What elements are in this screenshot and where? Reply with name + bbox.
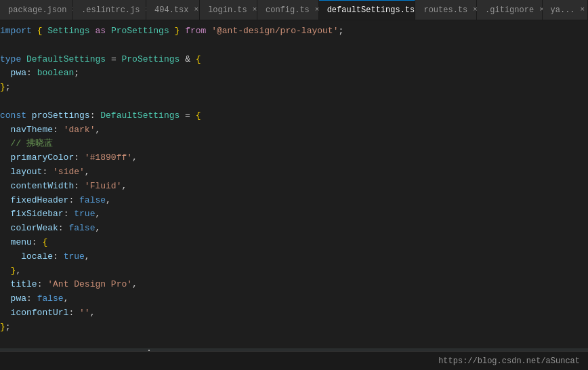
tab-routes[interactable]: routes.ts × [415,0,477,20]
tab-login[interactable]: login.ts × [200,0,257,20]
code-editor[interactable]: import { Settings as ProSettings } from … [0,20,588,351]
tab-label: defaultSettings.ts [327,5,415,15]
code-line-8: navTheme: 'dark', [0,123,588,138]
code-line-3: type DefaultSettings = ProSettings & { [0,53,588,67]
tab-eslintrc[interactable]: .eslintrc.js × [73,0,146,20]
code-line-2 [0,39,588,53]
close-icon[interactable]: × [253,6,257,14]
code-line-14: fixSidebar: true, [0,207,588,222]
tab-404[interactable]: 404.tsx × [146,0,200,20]
tab-label: .eslintrc.js [81,5,140,15]
code-line-11: layout: 'side', [0,165,588,180]
status-bar: https://blog.csdn.net/aSuncat [0,351,588,370]
tab-label: config.ts [266,5,310,15]
close-icon[interactable]: × [581,6,585,14]
code-line-10: primaryColor: '#1890ff', [0,151,588,165]
tab-label: .gitignore [485,5,534,15]
close-icon[interactable]: × [194,6,199,14]
code-line-18: }, [0,264,588,279]
code-line-23 [0,335,588,349]
tab-label: package.json [8,5,66,15]
tab-config[interactable]: config.ts × [257,0,319,20]
tab-label: login.ts [208,5,247,15]
code-line-21: iconfontUrl: '', [0,306,588,321]
code-line-13: fixedHeader: false, [0,194,588,208]
code-line-16: menu: { [0,236,588,250]
code-line-19: title: 'Ant Design Pro', [0,278,588,292]
code-line-17: locale: true, [0,250,588,264]
code-line-12: contentWidth: 'Fluid', [0,180,588,194]
tab-ya[interactable]: ya... × [543,0,588,20]
code-line-5: }; [0,81,588,95]
tab-defaultsettings[interactable]: defaultSettings.ts × [319,0,416,20]
code-line-22: }; [0,321,588,335]
tab-label: routes.ts [423,5,467,15]
tab-label: 404.tsx [154,5,188,15]
code-line-15: colorWeak: false, [0,222,588,236]
tab-package-json[interactable]: package.json × [0,0,73,20]
code-line-20: pwa: false, [0,292,588,306]
tab-bar: package.json × .eslintrc.js × 404.tsx × … [0,0,588,20]
code-line-7: const proSettings: DefaultSettings = { [0,109,588,123]
tab-label: ya... [551,5,575,15]
status-url: https://blog.csdn.net/aSuncat [438,356,580,366]
code-line-4: pwa: boolean; [0,66,588,81]
code-line-1: import { Settings as ProSettings } from … [0,24,588,39]
tab-gitignore[interactable]: .gitignore × [477,0,542,20]
code-line-9: // 拂晓蓝 [0,137,588,151]
code-line-6 [0,95,588,109]
